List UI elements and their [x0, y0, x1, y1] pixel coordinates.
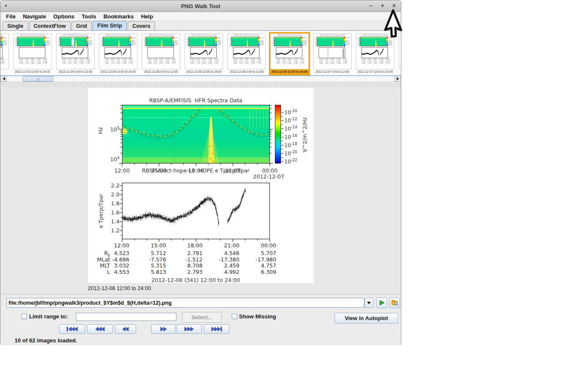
thumbnail-axis-labels: 12:004.523-4.6963.03215:005.712-7.5765.3… [0, 59, 4, 65]
thumbnail-line-row [62, 47, 92, 58]
filmstrip-scrollbar[interactable] [0, 76, 401, 82]
colorbar-tick: 10-12 [284, 117, 297, 124]
thumbnail-colorbar [258, 37, 260, 46]
thumbnail-colorbar [1, 37, 3, 46]
thumbnail-axis-labels: 12:004.523-4.6963.03215:005.712-7.5765.3… [19, 59, 47, 65]
nav-forward-many-icon [184, 327, 194, 332]
nav-back-many-icon [95, 327, 105, 332]
split-divider[interactable] [0, 83, 401, 86]
thumbnail-plot-title: RBSP-A/EMFISIS HFR Spectra Data [399, 34, 401, 36]
thumbnail-axis-labels: 12:004.523-4.6963.03215:005.712-7.5765.3… [62, 59, 90, 65]
thumbnail-line-row [147, 47, 177, 58]
pngwalk-image[interactable]: RBSP-A/EMFISIS HFR Spectra Data Hz 10510… [87, 87, 314, 284]
thumbnail-spec-row [272, 37, 307, 46]
titlebar[interactable]: ▾ PNG Walk Tool – + × [0, 0, 401, 12]
thumbnail-colorbar-ticks [217, 37, 221, 46]
lineplot-title: RBSP-A/ect-hope-L3 HOPE e Tperp/Tpar [142, 167, 249, 174]
table-value: 4.546 [209, 250, 239, 256]
table-value: -1.512 [173, 256, 203, 263]
nav-jump-last-button[interactable] [204, 324, 230, 334]
menu-tools[interactable]: Tools [79, 13, 99, 20]
colorbar-tick: 10-10 [284, 109, 297, 116]
view-in-autoplot-button[interactable]: View in Autoplot [334, 313, 398, 324]
thumbnail-axis-labels: 12:004.523-4.6963.03215:005.712-7.5765.3… [147, 59, 176, 65]
thumbnail-axis-column: 00:005.707-17.9804.757 [385, 59, 390, 65]
filmstrip-thumbnail[interactable]: RBSP-A/EMFISIS HFR Spectra Data12:004.52… [0, 32, 10, 75]
thumbnail-spec-row [101, 37, 136, 46]
window-menu-icon[interactable]: ▾ [5, 3, 7, 9]
filmstrip-thumbnail[interactable]: RBSP-A/EMFISIS HFR Spectra Data12:004.52… [55, 32, 96, 75]
tab-bar: SingleContextFlowGridFilm StripCovers [0, 21, 401, 30]
colorbar-tick-mark [281, 141, 283, 141]
thumbnail-plot-title: RBSP-A/EMFISIS HFR Spectra Data [99, 34, 137, 36]
lineplot-ytick: 1.4 [94, 218, 119, 225]
filmstrip-thumbnail[interactable]: RBSP-A/EMFISIS HFR Spectra Data12:004.52… [269, 32, 310, 75]
scrollbar-thumb[interactable] [23, 76, 53, 82]
tab-grid[interactable]: Grid [72, 21, 92, 30]
menu-navigate[interactable]: Navigate [20, 13, 49, 20]
nav-back-one-button[interactable] [115, 324, 136, 334]
menu-file[interactable]: File [3, 13, 18, 20]
show-missing-checkbox[interactable] [232, 314, 237, 319]
close-button[interactable]: × [391, 2, 397, 9]
thumbnail-line-row [190, 47, 220, 58]
scroll-left-button[interactable] [0, 76, 7, 82]
thumbnail-axis-column: 12:004.523-4.6963.032 [276, 59, 280, 65]
menu-options[interactable]: Options [51, 13, 78, 20]
tab-single[interactable]: Single [3, 21, 28, 30]
limit-range-input[interactable] [76, 313, 176, 321]
tab-contextflow[interactable]: ContextFlow [29, 21, 71, 30]
thumbnail-image: RBSP-A/EMFISIS HFR Spectra Data12:004.52… [270, 33, 309, 69]
thumbnail-colorbar [215, 37, 217, 46]
filmstrip-thumbnail[interactable]: RBSP-A/EMFISIS HFR Spectra Data12:004.52… [226, 32, 267, 75]
browse-button[interactable] [389, 297, 400, 308]
thumbnail-spec-row [230, 37, 265, 46]
menu-help[interactable]: Help [138, 13, 156, 20]
filmstrip-thumbnail[interactable]: RBSP-A/EMFISIS HFR Spectra Data12:004.52… [312, 32, 353, 75]
nav-forward-many-button[interactable] [176, 324, 202, 334]
colorbar-tick-mark [281, 161, 284, 162]
nav-jump-first-button[interactable] [59, 324, 85, 334]
thumbnail-axis-column: 21:004.546-17.3802.459 [36, 59, 41, 65]
tab-covers[interactable]: Covers [128, 21, 155, 30]
thumbnail-axis-column: 15:005.712-7.5765.315 [67, 59, 72, 65]
menu-bookmarks[interactable]: Bookmarks [100, 13, 137, 20]
thumbnail-axis-column: 21:004.546-17.3802.459 [378, 59, 383, 65]
mouse-cursor [393, 10, 394, 11]
filmstrip-thumbnail[interactable]: RBSP-A/EMFISIS HFR Spectra Data12:004.52… [397, 32, 401, 75]
thumbnail-axis-column: 18:002.791-1.5128.708 [373, 59, 377, 65]
thumbnail-image: RBSP-A/EMFISIS HFR Spectra Data12:004.52… [99, 33, 137, 69]
left-arrow-icon [3, 77, 5, 80]
template-input[interactable] [6, 298, 364, 308]
scrollbar-track[interactable] [7, 76, 394, 82]
go-button[interactable] [376, 297, 387, 308]
limit-range-checkbox[interactable] [21, 314, 27, 319]
lineplot [122, 183, 270, 239]
nav-forward-one-button[interactable] [151, 324, 176, 334]
thumbnail-line-row [233, 47, 263, 58]
filmstrip-thumbnail[interactable]: RBSP-A/EMFISIS HFR Spectra Data12:004.52… [98, 32, 139, 75]
maximize-button[interactable]: + [379, 2, 386, 9]
tab-film-strip[interactable]: Film Strip [93, 21, 127, 30]
table-value: 5.707 [246, 250, 276, 256]
select-button[interactable]: Select... [182, 312, 222, 323]
filmstrip-thumbnail[interactable]: RBSP-A/EMFISIS HFR Spectra Data12:004.52… [140, 32, 182, 75]
colorbar-tick: 10-22 [284, 158, 297, 165]
table-value: -4.696 [99, 256, 129, 263]
nav-back-many-button[interactable] [87, 324, 113, 334]
thumbnail-colorbar [44, 37, 45, 46]
thumbnail-label: 2012-12-07 0:00 to 12:00 [313, 69, 352, 74]
thumbnail-axis-column: 21:004.546-17.3802.459 [121, 59, 126, 65]
thumbnail-axis-labels: 12:004.523-4.6963.03215:005.712-7.5765.3… [361, 59, 390, 65]
filmstrip-thumbnail[interactable]: RBSP-A/EMFISIS HFR Spectra Data12:004.52… [12, 32, 53, 75]
table-value: 5.813 [136, 269, 166, 275]
scroll-right-button[interactable] [394, 76, 401, 82]
spectrogram-xtick: 12:00 [114, 167, 130, 174]
template-dropdown-button[interactable] [364, 298, 373, 308]
thumbnail-colorbar-ticks [46, 37, 50, 46]
filmstrip-thumbnail[interactable]: RBSP-A/EMFISIS HFR Spectra Data12:004.52… [355, 32, 396, 75]
thumbnail-spec-row [358, 37, 393, 46]
minimize-button[interactable]: – [367, 2, 374, 9]
filmstrip-thumbnail[interactable]: RBSP-A/EMFISIS HFR Spectra Data12:004.52… [183, 32, 224, 75]
thumbnail-label: 2012-12-03 12:00 to 24:00 [13, 69, 52, 74]
